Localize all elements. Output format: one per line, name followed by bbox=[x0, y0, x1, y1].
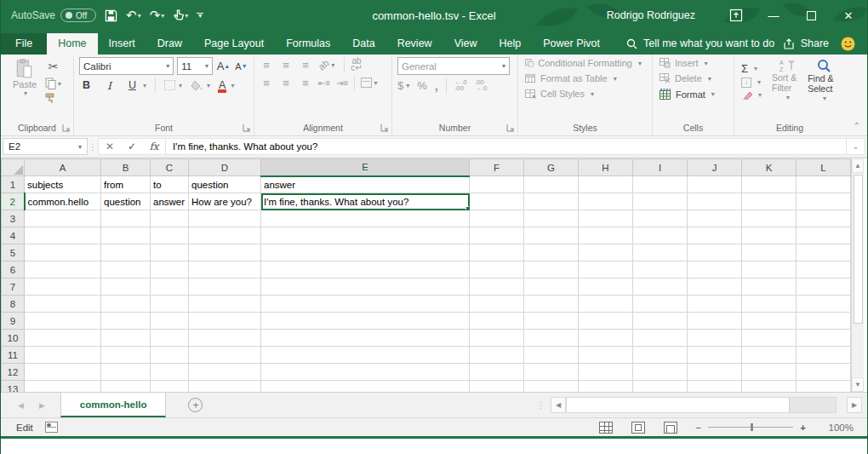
cell-c2[interactable]: answer bbox=[151, 193, 189, 210]
format-as-table-button[interactable]: Format as Table▾ bbox=[525, 73, 642, 83]
cell-b1[interactable]: from bbox=[101, 176, 151, 193]
merge-center-button[interactable] bbox=[361, 78, 372, 88]
customize-qat-button[interactable]: ▾ bbox=[197, 13, 203, 18]
cell-empty[interactable] bbox=[633, 381, 688, 393]
cell-empty[interactable] bbox=[524, 296, 579, 313]
cell-empty[interactable] bbox=[688, 244, 742, 261]
cell-empty[interactable] bbox=[25, 313, 101, 330]
cell-e1[interactable]: answer bbox=[261, 176, 470, 193]
cell-empty[interactable] bbox=[579, 330, 633, 347]
undo-dropdown-icon[interactable]: ▾ bbox=[138, 12, 141, 20]
cell-b2[interactable]: question bbox=[101, 193, 151, 210]
select-all-corner[interactable] bbox=[2, 159, 25, 176]
percent-style-button[interactable]: % bbox=[417, 79, 427, 92]
cell-empty[interactable] bbox=[101, 330, 151, 347]
cell-empty[interactable] bbox=[151, 313, 189, 330]
cell-empty[interactable] bbox=[579, 193, 633, 210]
cell-empty[interactable] bbox=[101, 296, 151, 313]
cell-empty[interactable] bbox=[524, 227, 579, 244]
cell-empty[interactable] bbox=[261, 296, 470, 313]
tell-me-box[interactable]: Tell me what you want to do bbox=[626, 37, 774, 55]
zoom-in-button[interactable]: + bbox=[800, 422, 806, 433]
cell-empty[interactable] bbox=[633, 364, 688, 381]
cell-empty[interactable] bbox=[579, 244, 633, 261]
cell-empty[interactable] bbox=[797, 244, 851, 261]
decrease-decimal-button[interactable]: .00→.0 bbox=[475, 79, 488, 91]
cell-empty[interactable] bbox=[633, 261, 688, 279]
copy-button[interactable]: ▾ bbox=[45, 78, 61, 89]
page-layout-view-button[interactable] bbox=[631, 422, 645, 434]
cell-empty[interactable] bbox=[742, 347, 797, 364]
cell-empty[interactable] bbox=[189, 381, 261, 393]
name-box-dropdown-icon[interactable]: ▾ bbox=[78, 143, 82, 151]
cell-empty[interactable] bbox=[797, 227, 851, 244]
cell-empty[interactable] bbox=[688, 210, 742, 227]
cell-empty[interactable] bbox=[524, 244, 579, 261]
cell-empty[interactable] bbox=[470, 381, 524, 393]
col-header-j[interactable]: J bbox=[688, 159, 742, 176]
cancel-entry-button[interactable]: ✕ bbox=[99, 141, 121, 152]
row-header-12[interactable]: 12 bbox=[2, 364, 25, 381]
cell-empty[interactable] bbox=[579, 176, 633, 193]
font-dialog-launcher[interactable] bbox=[243, 124, 251, 132]
tab-home[interactable]: Home bbox=[47, 33, 97, 55]
cell-empty[interactable] bbox=[189, 261, 261, 279]
col-header-e[interactable]: E bbox=[261, 159, 470, 176]
cell-empty[interactable] bbox=[101, 261, 151, 279]
cell-empty[interactable] bbox=[742, 261, 797, 279]
cell-empty[interactable] bbox=[261, 261, 470, 279]
cell-empty[interactable] bbox=[470, 347, 524, 364]
underline-dropdown-icon[interactable]: ▾ bbox=[143, 82, 146, 89]
cell-empty[interactable] bbox=[688, 330, 742, 347]
cell-empty[interactable] bbox=[797, 193, 851, 210]
col-header-h[interactable]: H bbox=[579, 159, 633, 176]
cell-empty[interactable] bbox=[688, 296, 742, 313]
cell-empty[interactable] bbox=[742, 227, 797, 244]
expand-formula-bar-button[interactable]: ⌄ bbox=[847, 138, 865, 155]
tab-insert[interactable]: Insert bbox=[98, 33, 146, 55]
orientation-dropdown-icon[interactable]: ▾ bbox=[331, 61, 334, 69]
font-color-button[interactable]: A bbox=[219, 79, 226, 91]
cell-empty[interactable] bbox=[688, 347, 742, 364]
cut-button[interactable]: ✂ bbox=[45, 59, 61, 74]
cell-empty[interactable] bbox=[189, 330, 261, 347]
minimize-button[interactable]: — bbox=[755, 0, 792, 31]
scroll-up-arrow[interactable]: ▲ bbox=[852, 158, 864, 173]
col-header-i[interactable]: I bbox=[633, 159, 688, 176]
center-button[interactable]: ≡ bbox=[279, 79, 293, 87]
vertical-scrollbar[interactable]: ▲ ▼ bbox=[851, 158, 864, 392]
cell-empty[interactable] bbox=[633, 244, 688, 261]
col-header-f[interactable]: F bbox=[470, 159, 524, 176]
insert-cells-button[interactable]: Insert▾ bbox=[660, 58, 723, 68]
cell-empty[interactable] bbox=[579, 381, 633, 393]
collapse-ribbon-button[interactable]: ⌃ bbox=[854, 121, 860, 130]
increase-font-size-button[interactable]: A▲ bbox=[216, 59, 231, 74]
borders-button[interactable] bbox=[164, 80, 175, 90]
font-color-dropdown-icon[interactable]: ▾ bbox=[231, 82, 234, 89]
cell-empty[interactable] bbox=[797, 296, 851, 313]
redo-button[interactable]: ↷▾ bbox=[150, 8, 165, 23]
col-header-a[interactable]: A bbox=[25, 159, 101, 176]
share-button[interactable]: Share bbox=[784, 37, 829, 55]
col-header-l[interactable]: L bbox=[797, 159, 851, 176]
cell-empty[interactable] bbox=[797, 210, 851, 227]
zoom-slider[interactable] bbox=[708, 427, 793, 428]
cell-empty[interactable] bbox=[524, 210, 579, 227]
cell-empty[interactable] bbox=[579, 279, 633, 296]
cell-empty[interactable] bbox=[797, 279, 851, 296]
cell-empty[interactable] bbox=[470, 296, 524, 313]
cell-empty[interactable] bbox=[633, 279, 688, 296]
cell-empty[interactable] bbox=[151, 244, 189, 261]
scroll-down-arrow[interactable]: ▼ bbox=[852, 377, 864, 392]
cell-empty[interactable] bbox=[633, 296, 688, 313]
row-header-2[interactable]: 2 bbox=[2, 193, 25, 210]
col-header-g[interactable]: G bbox=[524, 159, 579, 176]
fill-handle[interactable] bbox=[465, 206, 470, 210]
cell-empty[interactable] bbox=[261, 381, 470, 393]
formula-bar-splitter[interactable]: ⋮ bbox=[88, 138, 98, 155]
cell-empty[interactable] bbox=[261, 227, 470, 244]
delete-cells-button[interactable]: Delete▾ bbox=[660, 73, 723, 83]
vertical-scroll-thumb[interactable] bbox=[854, 175, 863, 324]
cell-empty[interactable] bbox=[742, 176, 797, 193]
cell-empty[interactable] bbox=[524, 381, 579, 393]
